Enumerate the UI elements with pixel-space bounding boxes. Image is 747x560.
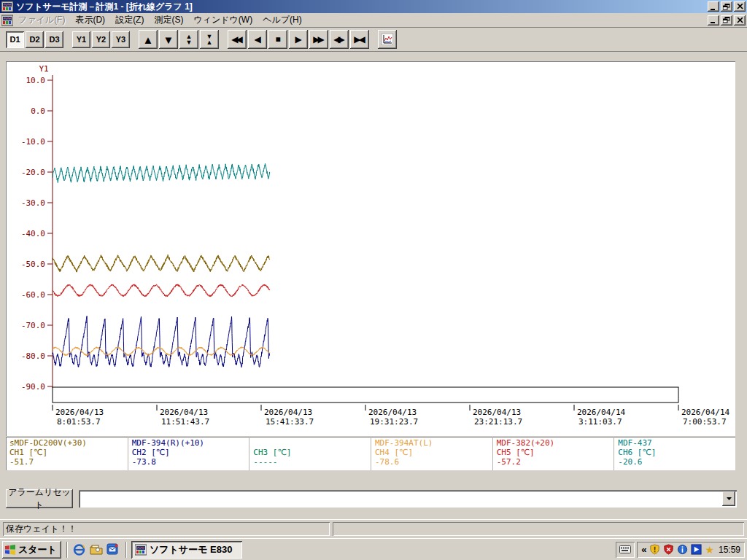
stop-button[interactable]: ■	[268, 30, 287, 49]
scroll-down-button[interactable]: ▼	[159, 30, 178, 49]
graph-window-client: Y110.00.0-10.0-20.0-30.0-40.0-50.0-60.0-…	[0, 52, 747, 519]
status-text: 保存ウェイト！！	[6, 523, 77, 535]
svg-text:-50.0: -50.0	[21, 260, 45, 269]
compress-horizontal-button[interactable]: ▶◀	[350, 30, 369, 49]
series-1	[53, 163, 270, 182]
graph-group	[378, 30, 397, 49]
svg-text:2026/04/13: 2026/04/13	[264, 408, 312, 417]
svg-text:2026/04/13: 2026/04/13	[160, 408, 208, 417]
clock[interactable]: 15:59	[719, 545, 740, 555]
expand-down-icon: ▼	[186, 39, 193, 45]
document-icon[interactable]	[1, 15, 13, 26]
menu-window[interactable]: ウィンドウ(W)	[188, 12, 258, 28]
star-tray-icon[interactable]: ★	[705, 544, 714, 556]
combobox-dropdown-button[interactable]	[722, 491, 735, 506]
channel-3-label: CH3 [℃]	[253, 448, 371, 457]
tray-expand-chevron[interactable]: «	[641, 544, 646, 555]
expand-vertical-button[interactable]: ▲▼	[179, 30, 198, 49]
taskbar: スタート ソフトサーモ E830	[0, 538, 747, 560]
menu-help[interactable]: ヘルプ(H)	[258, 12, 307, 28]
outlook-express-icon[interactable]	[106, 542, 120, 557]
channel-2-label: CH2 [℃]	[132, 448, 249, 457]
axis-y2-button[interactable]: Y2	[92, 31, 110, 48]
svg-text:10.0: 10.0	[26, 76, 46, 85]
channel-3-value: -----	[253, 457, 371, 467]
series-3	[53, 284, 270, 297]
start-button[interactable]: スタート	[2, 541, 61, 559]
svg-text:-60.0: -60.0	[21, 290, 45, 300]
view-d3-button[interactable]: D3	[45, 31, 63, 48]
channel-2-name: MDF-394(R)(+10)	[132, 438, 249, 448]
channel-6-value: -20.6	[618, 457, 735, 467]
compress-vertical-button[interactable]: ▼▲	[200, 30, 219, 49]
view-d2-button[interactable]: D2	[26, 31, 44, 48]
step-forward-button[interactable]: ▶	[289, 30, 308, 49]
error-shield-icon[interactable]	[663, 544, 674, 555]
alarm-combobox-value	[79, 490, 721, 508]
app-icon[interactable]	[1, 1, 13, 12]
view-d1-button[interactable]: D1	[6, 31, 24, 48]
menu-measure[interactable]: 測定(S)	[149, 12, 188, 28]
menu-bar: ファイル(F) 表示(D) 設定(Z) 測定(S) ウィンドウ(W) ヘルプ(H…	[0, 13, 747, 28]
close-button[interactable]	[734, 1, 746, 12]
channel-5-cell: MDF-382(+20) CH5 [℃] -57.2	[492, 437, 614, 470]
svg-text:23:21:13.7: 23:21:13.7	[474, 417, 522, 427]
channel-4-label: CH4 [℃]	[375, 448, 492, 457]
svg-text:-80.0: -80.0	[21, 351, 45, 361]
media-play-tray-icon[interactable]	[691, 544, 702, 555]
start-label: スタート	[18, 543, 57, 556]
line-graph-button[interactable]	[378, 30, 397, 49]
line-graph-icon	[382, 34, 393, 45]
menu-settings[interactable]: 設定(Z)	[110, 12, 149, 28]
channel-1-label: CH1 [℃]	[9, 448, 128, 457]
child-close-button[interactable]	[734, 15, 746, 26]
scroll-up-button[interactable]: ▲	[139, 30, 158, 49]
expand-horizontal-button[interactable]: ◀▶	[330, 30, 349, 49]
channel-3-cell: CH3 [℃] -----	[249, 437, 371, 470]
child-minimize-button[interactable]	[708, 15, 719, 26]
show-desktop-icon[interactable]	[89, 542, 104, 557]
rewind-fast-button[interactable]: ◀◀	[228, 30, 247, 49]
alarm-row: アラームリセット	[6, 488, 741, 510]
svg-text:3:11:03.7: 3:11:03.7	[578, 417, 622, 427]
internet-explorer-icon[interactable]	[72, 542, 87, 557]
keyboard-indicator[interactable]	[616, 542, 635, 558]
step-back-button[interactable]: ◀	[248, 30, 267, 49]
svg-text:-70.0: -70.0	[21, 321, 45, 330]
up-arrow-icon: ▲	[143, 34, 154, 46]
axis-y1-button[interactable]: Y1	[72, 31, 90, 48]
svg-text:2026/04/14: 2026/04/14	[577, 408, 626, 417]
chevron-down-icon	[727, 497, 732, 500]
toolbar: D1 D2 D3 Y1 Y2 Y3 ▲ ▼ ▲▼ ▼▲ ◀◀ ◀ ■ ▶ ▶▶ …	[0, 28, 747, 52]
svg-text:0.0: 0.0	[31, 106, 45, 116]
minimize-button[interactable]	[708, 1, 719, 12]
axis-y3-button[interactable]: Y3	[112, 31, 130, 48]
channel-1-cell: sMDF-DC200V(+30) CH1 [℃] -51.7	[6, 437, 128, 470]
alarm-reset-button[interactable]: アラームリセット	[6, 489, 73, 508]
status-message: 保存ウェイト！！	[3, 522, 330, 536]
alarm-combobox[interactable]	[79, 490, 737, 508]
channel-5-label: CH5 [℃]	[497, 448, 614, 457]
channel-4-cell: MDF-394AT(L) CH4 [℃] -78.6	[371, 437, 492, 470]
svg-text:-90.0: -90.0	[21, 382, 45, 392]
channel-1-value: -51.7	[9, 457, 128, 467]
series-4	[53, 316, 270, 367]
forward-fast-button[interactable]: ▶▶	[309, 30, 328, 49]
restore-button[interactable]	[721, 1, 732, 12]
svg-text:2026/04/13: 2026/04/13	[473, 408, 521, 417]
info-balloon-icon[interactable]	[677, 544, 688, 555]
channel-6-label: CH6 [℃]	[618, 448, 735, 457]
svg-text:-30.0: -30.0	[21, 198, 45, 208]
child-restore-button[interactable]	[721, 15, 732, 26]
channel-6-cell: MDF-437 CH6 [℃] -20.6	[614, 437, 735, 470]
menu-file[interactable]: ファイル(F)	[13, 12, 70, 28]
svg-text:Y1: Y1	[39, 64, 48, 74]
svg-text:7:00:53.7: 7:00:53.7	[683, 417, 727, 427]
task-button-softthermo[interactable]: ソフトサーモ E830	[131, 541, 242, 559]
warning-shield-icon[interactable]	[649, 544, 660, 555]
channel-2-cell: MDF-394(R)(+10) CH2 [℃] -73.8	[128, 437, 249, 470]
svg-text:19:31:23.7: 19:31:23.7	[370, 417, 418, 427]
menu-view[interactable]: 表示(D)	[70, 12, 110, 28]
line-chart: Y110.00.0-10.0-20.0-30.0-40.0-50.0-60.0-…	[6, 61, 735, 436]
channel-5-value: -57.2	[497, 457, 614, 467]
